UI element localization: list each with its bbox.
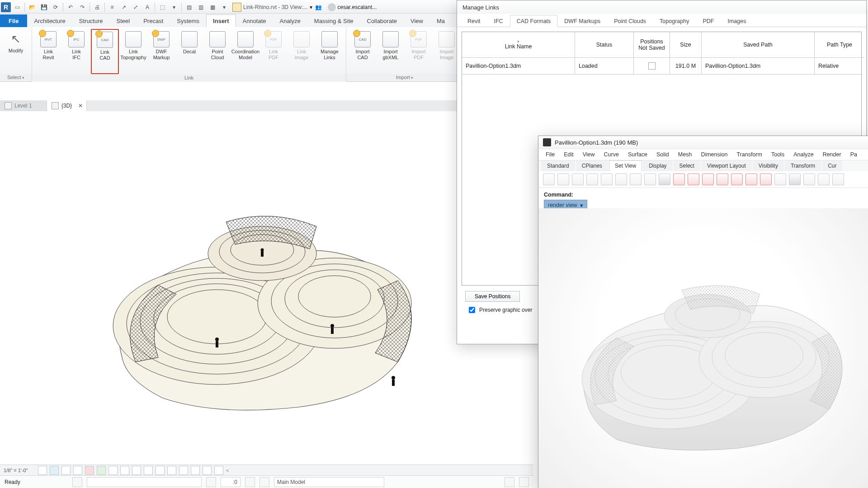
vcb-clip1-icon[interactable] — [179, 466, 188, 475]
tbtab-display[interactable]: Display — [643, 160, 672, 171]
document-selector[interactable]: Link-Rhino.rvt - 3D View:... ▾ — [232, 3, 312, 12]
qat-open-icon[interactable]: 📂 — [27, 2, 38, 13]
link-cad-button[interactable]: CADLinkCAD — [91, 29, 119, 74]
col-positions[interactable]: Positions Not Saved — [634, 32, 670, 58]
vcb-clip2-icon[interactable] — [191, 466, 200, 475]
col-status[interactable]: Status — [575, 32, 634, 58]
ml-tab-revit[interactable]: Revit — [461, 15, 487, 27]
qat-dimension-icon[interactable]: ⤢ — [130, 2, 141, 13]
qat-save-icon[interactable]: 💾 — [38, 2, 49, 13]
col-saved-path[interactable]: Saved Path — [702, 32, 815, 58]
redo-view-icon[interactable] — [644, 174, 656, 185]
menu-edit[interactable]: Edit — [560, 151, 577, 158]
ml-tab-topo[interactable]: Topography — [653, 15, 696, 27]
qat-sync-icon[interactable]: ⟳ — [50, 2, 61, 13]
pan-icon[interactable] — [543, 174, 555, 185]
cell-positions[interactable] — [634, 58, 670, 75]
tab-file[interactable]: File — [0, 14, 27, 27]
grid-icon[interactable] — [832, 174, 844, 185]
modify-button[interactable]: ↖ Modify — [3, 29, 29, 73]
set-view-right-icon[interactable] — [717, 174, 728, 185]
tbtab-vplayout[interactable]: Viewport Layout — [701, 160, 752, 171]
menu-panels-cut[interactable]: Pa — [847, 151, 861, 158]
tab-architecture[interactable]: Architecture — [27, 14, 72, 27]
col-size[interactable]: Size — [670, 32, 702, 58]
status-workset-icon[interactable] — [72, 477, 82, 487]
qat-3d-icon[interactable]: ⬚ — [157, 2, 168, 13]
turntable-icon[interactable] — [803, 174, 815, 185]
dwf-markup-button[interactable]: DWFDWFMarkup — [148, 29, 175, 73]
coord-model-button[interactable]: CoordinationModel — [232, 29, 259, 73]
vcb-crop-icon[interactable] — [97, 466, 106, 475]
point-cloud-button[interactable]: PointCloud — [204, 29, 231, 73]
vcb-unhidden-icon[interactable] — [120, 466, 129, 475]
menu-view[interactable]: View — [579, 151, 599, 158]
ml-tab-ifc[interactable]: IFC — [487, 15, 509, 27]
ml-tab-pc[interactable]: Point Clouds — [607, 15, 653, 27]
rhino-viewport[interactable] — [538, 208, 868, 488]
wallpaper-icon[interactable] — [818, 174, 830, 185]
table-row[interactable]: Pavillion-Option1.3dm Loaded 191.0 M Pav… — [462, 58, 861, 75]
set-view-top-icon[interactable] — [673, 174, 685, 185]
set-view-persp-icon[interactable] — [760, 174, 772, 185]
tbtab-transform[interactable]: Transform — [785, 160, 821, 171]
tbtab-standard[interactable]: Standard — [541, 160, 575, 171]
qat-3d-dd-icon[interactable]: ▾ — [169, 2, 179, 13]
vcb-cropvis-icon[interactable] — [108, 466, 118, 475]
set-cplane-icon[interactable] — [659, 174, 670, 185]
vcb-visual-style-icon[interactable] — [50, 466, 59, 475]
vcb-temp-icon[interactable] — [132, 466, 141, 475]
decal-button[interactable]: Decal — [176, 29, 203, 73]
import-gbxml-button[interactable]: ImportgbXML — [377, 29, 404, 73]
doctab-3d[interactable]: {3D} ✕ — [47, 100, 87, 111]
save-positions-button[interactable]: Save Positions — [465, 291, 520, 302]
link-ifc-button[interactable]: IFCLinkIFC — [63, 29, 90, 73]
tab-precast[interactable]: Precast — [137, 14, 170, 27]
vcb-detail-icon[interactable] — [38, 466, 47, 475]
qat-undo-icon[interactable]: ↶ — [65, 2, 76, 13]
manage-links-button[interactable]: ManageLinks — [316, 29, 343, 73]
ml-tab-dwf[interactable]: DWF Markups — [557, 15, 607, 27]
menu-solid[interactable]: Solid — [653, 151, 673, 158]
menu-surface[interactable]: Surface — [624, 151, 651, 158]
menu-analyze[interactable]: Analyze — [790, 151, 817, 158]
set-view-left-icon[interactable] — [702, 174, 714, 185]
qat-close-icon[interactable]: ▦ — [207, 2, 218, 13]
qat-print-icon[interactable]: 🖨 — [92, 2, 103, 13]
rotate-view-icon[interactable] — [557, 174, 569, 185]
vcb-sun-icon[interactable] — [61, 466, 71, 475]
menu-file[interactable]: File — [542, 151, 558, 158]
status-filter-icon[interactable] — [245, 477, 255, 487]
vcb-clip3-icon[interactable] — [203, 466, 212, 475]
qat-redo-icon[interactable]: ↷ — [77, 2, 88, 13]
qat-tag-icon[interactable]: A — [142, 2, 153, 13]
chevron-down-icon[interactable]: ▾ — [580, 202, 583, 209]
tab-steel[interactable]: Steel — [110, 14, 137, 27]
tbtab-cplanes[interactable]: CPlanes — [576, 160, 608, 171]
menu-mesh[interactable]: Mesh — [675, 151, 696, 158]
view-3d-canvas[interactable] — [0, 111, 533, 459]
ml-tab-pdf[interactable]: PDF — [696, 15, 721, 27]
vcb-analytical-icon[interactable] — [156, 466, 165, 475]
set-view-front-icon[interactable] — [731, 174, 743, 185]
panel-select-title[interactable]: Select — [0, 74, 32, 81]
qat-worksharing-icon[interactable]: 👥 — [313, 2, 324, 13]
doctab-level1[interactable]: Level 1 — [0, 100, 47, 111]
menu-dimension[interactable]: Dimension — [697, 151, 731, 158]
ml-tab-img[interactable]: Images — [721, 15, 753, 27]
link-topo-button[interactable]: LinkTopography — [120, 29, 147, 73]
close-tab-icon[interactable]: ✕ — [78, 103, 83, 109]
import-cad-button[interactable]: CADImportCAD — [349, 29, 376, 73]
vcb-reveal-icon[interactable] — [144, 466, 153, 475]
tab-collaborate[interactable]: Collaborate — [360, 14, 404, 27]
tab-view[interactable]: View — [404, 14, 430, 27]
tbtab-visibility[interactable]: Visibility — [753, 160, 784, 171]
signed-in-user[interactable]: cesar.escalant... — [328, 3, 377, 11]
view-scale[interactable]: 1/8" = 1'-0" — [4, 468, 35, 473]
qat-align-icon[interactable]: ↗ — [118, 2, 129, 13]
undo-view-icon[interactable] — [630, 174, 642, 185]
status-main-model[interactable]: Main Model — [274, 477, 384, 487]
menu-transform[interactable]: Transform — [733, 151, 766, 158]
ml-tab-cad[interactable]: CAD Formats — [510, 15, 558, 27]
positions-checkbox[interactable] — [648, 62, 656, 70]
